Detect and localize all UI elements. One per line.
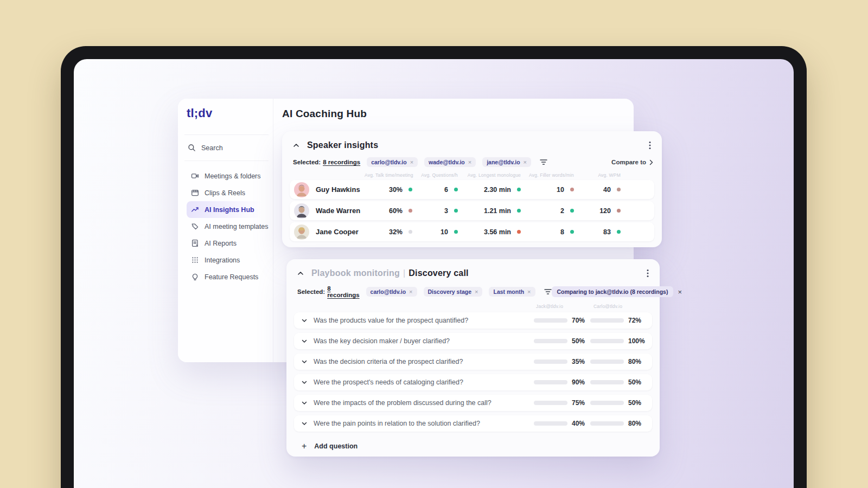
filter-lines-icon[interactable] [544,288,552,295]
score-percent: 70% [572,317,585,324]
kebab-menu-icon[interactable] [647,140,653,151]
filter-chip-discovery-stage[interactable]: Discovery stage × [424,287,483,297]
status-dot [570,230,574,234]
column-header: Avg. Longest monologue [458,172,521,178]
cell-questions: 10 [412,228,458,236]
chip-label: jane@tldv.io [487,159,520,165]
playbook-header: Playbook monitoring|Discovery call [286,259,660,279]
chevron-down-icon[interactable] [298,422,310,426]
chevron-down-icon[interactable] [298,381,310,384]
progress-track [590,380,624,384]
playbook-title-active: Discovery call [409,268,468,278]
compare-to-button[interactable]: Compare to [611,159,653,165]
search-button[interactable]: Search [187,135,266,160]
question-row[interactable]: Was the decision criteria of the prospec… [294,354,652,370]
chip-close-icon[interactable]: × [409,288,412,295]
table-row-guy-hawkins[interactable]: Guy Hawkins 30% 6 2.30 min 10 40 [290,180,654,199]
score-percent: 100% [628,337,645,345]
filter-chip-carlo[interactable]: carlo@tldv.io × [366,287,417,297]
kebab-menu-icon[interactable] [644,268,651,279]
table-row-jane-cooper[interactable]: Jane Cooper 32% 10 3.56 min 8 83 [290,222,654,241]
progress-track [590,401,624,405]
desk-background: tl;dv Search Meeti [0,0,868,488]
column-header: Avg. Questions/h [412,172,458,178]
cell-talk-time: 32% [365,228,412,236]
score-bar-carlo: 50% [590,378,647,386]
status-dot [617,230,621,234]
sidebar-item-integrations[interactable]: Integrations [187,252,266,268]
clapperboard-icon [191,189,199,197]
tldv-logo: tl;dv [187,106,266,120]
table-row-wade-warren[interactable]: Wade Warren 60% 3 1.21 min 2 120 [290,201,654,220]
speaker-filter-row: Selected: 8 recordings carlo@tldv.io × w… [282,151,662,167]
progress-track [590,339,624,343]
plus-icon: + [298,441,310,451]
score-percent: 50% [572,337,585,345]
status-dot [454,209,458,213]
score-bar-carlo: 100% [590,337,647,345]
sidebar-menu: Meetings & folders Clips & Reels [187,168,266,285]
score-percent: 50% [628,399,641,407]
cell-monologue: 3.56 min [458,228,521,236]
filter-chip-wade[interactable]: wade@tldv.io × [424,157,476,167]
playbook-title: Playbook monitoring|Discovery call [311,268,469,278]
chevron-down-icon[interactable] [298,339,310,343]
column-header-jack: Jack@tldv.io [536,304,593,309]
collapse-chevron-up-icon[interactable] [297,271,304,275]
progress-track [590,359,624,364]
score-percent: 80% [628,358,641,365]
chip-close-icon[interactable]: × [524,159,527,165]
playbook-filter-row: Selected: 8 recordings carlo@tldv.io × D… [286,279,660,298]
score-percent: 40% [572,420,585,427]
chevron-down-icon[interactable] [298,319,310,323]
sidebar-item-ai-reports[interactable]: AI Reports [187,235,266,252]
status-dot [617,188,621,191]
question-row[interactable]: Was the products value for the prospect … [294,312,652,329]
question-text: Were the pain points in relation to the … [314,420,534,427]
chevron-down-icon[interactable] [298,401,310,405]
collapse-chevron-up-icon[interactable] [293,143,299,147]
filter-chip-carlo[interactable]: carlo@tldv.io × [367,157,418,167]
filter-lines-icon[interactable] [540,159,547,165]
question-text: Was the products value for the prospect … [314,317,534,324]
question-row[interactable]: Was the key decision maker / buyer clari… [294,333,652,349]
add-question-button[interactable]: + Add question [294,438,652,454]
score-bar-jack: 50% [534,337,590,345]
cell-monologue: 1.21 min [458,207,521,215]
laptop-screen: tl;dv Search Meeti [74,59,794,488]
question-row[interactable]: Were the prospect's needs of cataloging … [294,374,652,390]
cell-talk-time: 60% [365,207,412,215]
score-bar-jack: 70% [534,317,590,324]
avatar [294,203,309,219]
status-dot [409,209,412,213]
chip-close-icon[interactable]: × [468,159,471,165]
question-row[interactable]: Were the impacts of the problem discusse… [294,395,652,411]
comparing-close-icon[interactable]: × [678,288,682,296]
avatar [294,224,309,240]
selected-recordings-link[interactable]: 8 recordings [327,285,359,298]
filter-chip-last-month[interactable]: Last month × [489,287,535,297]
sidebar-item-ai-meeting-templates[interactable]: AI meeting templates [187,218,266,235]
status-dot [409,188,412,191]
cell-wpm: 40 [574,186,621,194]
sidebar-item-meetings-folders[interactable]: Meetings & folders [187,168,266,184]
sidebar-item-ai-insights-hub[interactable]: AI Insights Hub [187,201,266,218]
speaker-table-column-headers: Avg. Talk time/meeting Avg. Questions/h … [282,167,662,180]
question-text: Was the decision criteria of the prospec… [314,358,534,365]
question-row[interactable]: Were the pain points in relation to the … [294,415,652,432]
chevron-down-icon[interactable] [298,360,310,364]
chip-close-icon[interactable]: × [475,288,478,295]
score-bar-jack: 40% [534,420,590,427]
question-text: Were the impacts of the problem discusse… [314,399,534,407]
selected-recordings-link[interactable]: 8 recordings [323,159,360,165]
filter-chip-jane[interactable]: jane@tldv.io × [482,157,531,167]
comparing-pill: Comparing to jack@tldv.io (8 recordings) [552,286,674,297]
sidebar-item-clips-reels[interactable]: Clips & Reels [187,184,266,201]
sidebar-item-feature-requests[interactable]: Feature Requests [187,268,266,285]
person-name: Guy Hawkins [316,185,365,194]
progress-track [534,421,567,426]
chip-close-icon[interactable]: × [410,159,413,165]
status-dot [570,209,574,213]
chip-close-icon[interactable]: × [527,288,531,295]
cell-questions: 3 [412,207,458,215]
